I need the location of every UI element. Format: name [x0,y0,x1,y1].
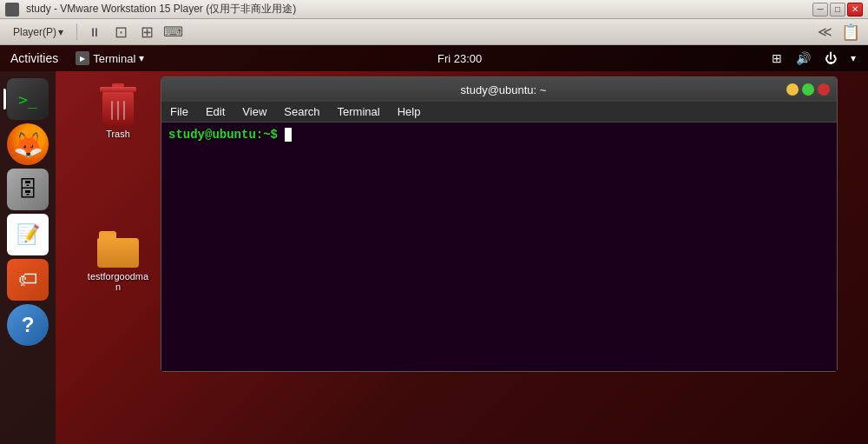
vmware-toolbar: Player(P) ⏸ ⊡ ⊞ ⌨ ≪ 📋 [0,19,868,45]
ubuntu-launcher: >_ 🦊 🗄 📝 🏷 ? [0,71,56,444]
terminal-launcher-icon: >_ [18,90,37,109]
trash-line [117,101,119,120]
trash-lines [111,101,125,120]
vmware-minimize-btn[interactable]: ─ [812,3,828,17]
folder-back [97,238,139,268]
trash-line [123,101,125,120]
trash-icon-graphic [101,83,135,125]
terminal-titlebar: study@ubuntu: ~ [161,77,837,102]
activities-button[interactable]: Activities [0,45,69,71]
software-icon: 🏷 [18,268,37,291]
vmware-close-btn[interactable]: ✕ [847,3,863,17]
ubuntu-topbar: Activities ▶ Terminal Fri 23:00 ⊞ 🔊 ⏻ [0,45,868,71]
power-icon[interactable]: ⏻ [821,51,840,65]
terminal-menu-terminal[interactable]: Terminal [329,102,389,122]
terminal-window-controls [786,83,830,96]
vmware-maximize-btn[interactable]: □ [830,3,845,17]
volume-icon[interactable]: 🔊 [792,51,814,65]
terminal-indicator-icon: ▶ [76,51,89,65]
trash-label: Trash [106,129,130,139]
launcher-software[interactable]: 🏷 [7,259,49,301]
terminal-menu-view[interactable]: View [233,102,275,122]
launcher-terminal[interactable]: >_ [7,78,49,120]
ubuntu-desktop: Activities ▶ Terminal Fri 23:00 ⊞ 🔊 ⏻ >_… [0,45,868,444]
folder-tab [99,231,116,238]
folder-icon-graphic [97,231,139,268]
vmware-title-text: study - VMware Workstation 15 Player (仅用… [26,2,296,17]
terminal-minimize-btn[interactable] [786,83,799,96]
launcher-firefox[interactable]: 🦊 [7,123,49,165]
terminal-menu-help[interactable]: Help [389,102,430,122]
help-icon: ? [22,313,35,337]
toolbar-btn-2[interactable]: ⊞ [136,22,157,43]
trash-desktop-icon[interactable]: Trash [83,80,153,142]
terminal-menu-search[interactable]: Search [275,102,328,122]
terminal-window: study@ubuntu: ~ File Edit View Search Te… [161,76,838,372]
toolbar-btn-3[interactable]: ⌨ [162,22,183,43]
files-icon: 🗄 [17,177,38,202]
testforgoodman-label: testforgoodman [87,271,149,292]
trash-body [102,92,134,125]
terminal-prompt: study@ubuntu:~$ [168,128,278,142]
player-menu[interactable]: Player(P) [7,23,69,41]
writer-icon: 📝 [16,223,40,246]
terminal-content[interactable]: study@ubuntu:~$ [161,123,837,371]
terminal-indicator[interactable]: ▶ Terminal [69,45,151,71]
pause-btn[interactable]: ⏸ [84,22,105,43]
vmware-app-icon [5,3,19,17]
toolbar-back-btn[interactable]: ≪ [814,22,835,43]
toolbar-separator [76,23,77,41]
terminal-title: study@ubuntu: ~ [220,83,786,96]
terminal-close-btn[interactable] [818,83,830,96]
trash-line [111,101,113,120]
topbar-clock[interactable]: Fri 23:00 [151,52,768,65]
topbar-chevron[interactable] [847,52,859,64]
launcher-help[interactable]: ? [7,304,49,346]
toolbar-btn-1[interactable]: ⊡ [110,22,131,43]
terminal-menu-file[interactable]: File [161,102,197,122]
terminal-cursor [285,128,292,142]
firefox-icon: 🦊 [13,130,43,159]
terminal-indicator-chevron [139,52,144,64]
vmware-window-controls: ─ □ ✕ [812,3,863,17]
player-menu-chevron [58,26,63,38]
launcher-files[interactable]: 🗄 [7,169,49,210]
terminal-menubar: File Edit View Search Terminal Help [161,102,837,123]
terminal-maximize-btn[interactable] [802,83,814,96]
launcher-writer[interactable]: 📝 [7,214,49,255]
terminal-menu-edit[interactable]: Edit [197,102,233,122]
testforgoodman-desktop-icon[interactable]: testforgoodman [83,228,153,295]
vmware-titlebar: study - VMware Workstation 15 Player (仅用… [0,0,868,19]
topbar-right-icons: ⊞ 🔊 ⏻ [768,51,868,65]
network-icon[interactable]: ⊞ [768,51,786,65]
toolbar-library-btn[interactable]: 📋 [840,22,861,43]
